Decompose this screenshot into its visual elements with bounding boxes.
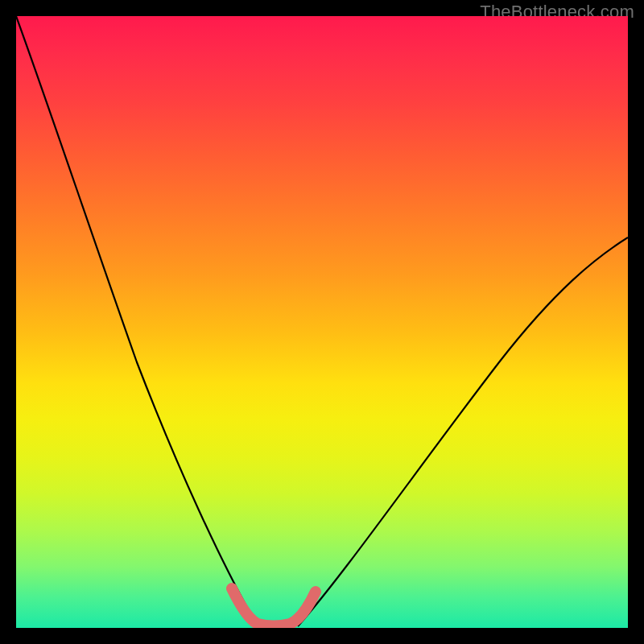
curve-right — [298, 237, 628, 626]
plot-area — [16, 16, 628, 628]
curve-left — [16, 16, 258, 626]
trough-marker — [232, 588, 316, 626]
chart-stage: TheBottleneck.com — [0, 0, 644, 644]
plot-frame — [16, 16, 628, 628]
curve-layer — [16, 16, 628, 628]
